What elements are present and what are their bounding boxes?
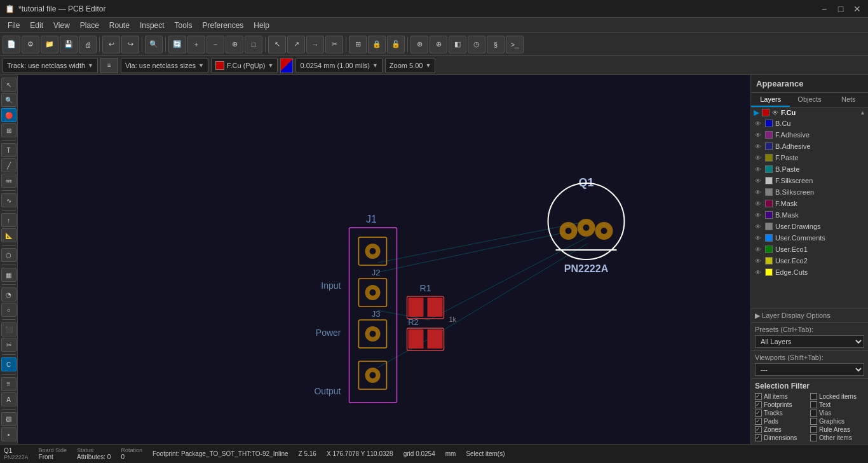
close-btn[interactable]: ✕ <box>851 4 863 14</box>
layer-selector[interactable]: F.Cu (PgUp) ▼ <box>211 58 278 73</box>
menu-tools[interactable]: Tools <box>170 20 198 31</box>
zoom-selector[interactable]: Zoom 5.00 ▼ <box>385 58 436 73</box>
menu-route[interactable]: Route <box>104 20 135 31</box>
copper-tool[interactable]: ⬛ <box>1 322 17 336</box>
clearance-button[interactable]: ⊕ <box>430 36 447 53</box>
layer-row[interactable]: 👁 B.Adhesive <box>751 141 868 152</box>
save-button[interactable]: 💾 <box>60 36 78 53</box>
undo-button[interactable]: ↩ <box>102 36 120 53</box>
lock-button[interactable]: 🔒 <box>368 36 386 53</box>
arc-tool[interactable]: ◔ <box>1 287 17 301</box>
layer-row[interactable]: 👁 User.Drawings <box>751 221 868 232</box>
menu-view[interactable]: View <box>48 20 75 31</box>
measure-tool[interactable]: 📐 <box>1 228 17 242</box>
tab-objects[interactable]: Objects <box>790 93 829 107</box>
presets-select[interactable]: All Layers <box>755 335 864 348</box>
circle-tool[interactable]: ○ <box>1 303 17 317</box>
arrow-tool[interactable]: ↑ <box>1 213 17 227</box>
viewports-select[interactable]: --- <box>755 363 864 376</box>
layer-row[interactable]: 👁 F.Adhesive <box>751 129 868 141</box>
zoom-in-button[interactable]: + <box>187 36 205 53</box>
sf-checkbox[interactable] <box>755 418 762 425</box>
select-button[interactable]: ↖ <box>268 36 286 53</box>
scripting-button[interactable]: >_ <box>506 36 524 53</box>
layer-row[interactable]: 👁 B.Paste <box>751 163 868 175</box>
layer-row[interactable]: 👁 B.Cu <box>751 118 868 129</box>
pcb-canvas[interactable]: J1 J2 J3 <box>18 75 750 444</box>
hatch-tool[interactable]: ▦ <box>1 268 17 282</box>
label-tool[interactable]: A <box>1 392 17 406</box>
layer-row[interactable]: 👁 User.Comments <box>751 232 868 244</box>
sf-checkbox[interactable] <box>810 418 817 425</box>
via-size-selector[interactable]: Via: use netclass sizes ▼ <box>121 58 208 73</box>
sf-checkbox[interactable] <box>810 401 817 408</box>
sf-checkbox[interactable] <box>755 393 762 400</box>
layer-row[interactable]: 👁 User.Eco1 <box>751 244 868 255</box>
interactive-route[interactable]: → <box>306 36 324 53</box>
pad-tool[interactable]: ⊞ <box>1 123 17 137</box>
sf-checkbox[interactable] <box>810 410 817 417</box>
tab-layers[interactable]: Layers <box>751 93 790 107</box>
sf-checkbox[interactable] <box>810 434 817 441</box>
layer-display-options[interactable]: ▶ Layer Display Options <box>751 308 868 322</box>
highlight-button[interactable]: ✂ <box>325 36 343 53</box>
zoom-fit-button[interactable]: ⊕ <box>226 36 243 53</box>
refresh-button[interactable]: 🔄 <box>168 36 186 53</box>
mm-btn[interactable]: ㎜ <box>1 174 17 188</box>
sf-checkbox[interactable] <box>755 426 762 433</box>
track-width-selector[interactable]: Track: use netclass width ▼ <box>3 58 98 73</box>
menu-file[interactable]: File <box>3 20 25 31</box>
find-button[interactable]: 🔍 <box>145 36 163 53</box>
layer-row[interactable]: 👁 B.Mask <box>751 209 868 221</box>
cut-tool[interactable]: ✂ <box>1 338 17 352</box>
new-button[interactable]: 📄 <box>3 36 20 53</box>
menu-help[interactable]: Help <box>248 20 275 31</box>
net-tool[interactable]: ⬡ <box>1 248 17 262</box>
layer-row[interactable]: 👁 F.Silkscreen <box>751 175 868 186</box>
route-tool[interactable]: 🔴 <box>1 108 17 122</box>
inspect-tool[interactable]: 🔍 <box>1 93 17 107</box>
r2-pad2[interactable] <box>428 329 443 349</box>
r1-pad2[interactable] <box>428 298 443 317</box>
route-button[interactable]: ↗ <box>287 36 305 53</box>
zoom-window-button[interactable]: □ <box>245 36 262 53</box>
grid-button[interactable]: ⊞ <box>349 36 367 53</box>
layer-tool[interactable]: ≡ <box>1 377 17 391</box>
sf-checkbox[interactable] <box>810 426 817 433</box>
r2-pad1[interactable] <box>409 329 424 349</box>
via-tool[interactable]: ▧ <box>1 412 17 426</box>
wave-tool[interactable]: ∿ <box>1 193 17 207</box>
rule-area[interactable]: ▪ <box>1 427 17 441</box>
tab-nets[interactable]: Nets <box>829 93 868 107</box>
line-tool[interactable]: ╱ <box>1 158 17 172</box>
menu-preferences[interactable]: Preferences <box>198 20 249 31</box>
sf-checkbox[interactable] <box>755 401 762 408</box>
properties-button[interactable]: ⚙ <box>22 36 39 53</box>
layer-row[interactable]: 👁 User.Eco2 <box>751 255 868 266</box>
fcu-name[interactable]: F.Cu <box>781 109 860 116</box>
unlock-button[interactable]: 🔓 <box>387 36 405 53</box>
menu-inspect[interactable]: Inspect <box>135 20 170 31</box>
sf-checkbox[interactable] <box>810 393 817 400</box>
drc-button[interactable]: ◧ <box>449 36 466 53</box>
line-width-selector[interactable]: 0.0254 mm (1.00 mils) ▼ <box>295 58 382 73</box>
redo-button[interactable]: ↪ <box>121 36 139 53</box>
gerber-button[interactable]: § <box>487 36 505 53</box>
active-tool-1[interactable]: C <box>1 357 17 371</box>
layer-row[interactable]: 👁 Edge.Cuts <box>751 266 868 278</box>
select-tool[interactable]: ↖ <box>1 78 17 92</box>
layer-row[interactable]: 👁 F.Mask <box>751 198 868 209</box>
menu-place[interactable]: Place <box>75 20 104 31</box>
board-stats[interactable]: ◷ <box>468 36 485 53</box>
netinspect-button[interactable]: ⊛ <box>410 36 428 53</box>
layer-row[interactable]: 👁 B.Silkscreen <box>751 186 868 198</box>
layer-pair-indicator[interactable] <box>280 58 293 73</box>
text-tool[interactable]: T <box>1 143 17 157</box>
print-button[interactable]: 🖨 <box>79 36 97 53</box>
sf-checkbox[interactable] <box>755 434 762 441</box>
r1-pad1[interactable] <box>409 298 424 317</box>
layer-row[interactable]: 👁 F.Paste <box>751 152 868 163</box>
track-mode-btn[interactable]: ≡ <box>100 58 118 73</box>
minimize-btn[interactable]: − <box>818 4 830 14</box>
open-button[interactable]: 📁 <box>41 36 58 53</box>
